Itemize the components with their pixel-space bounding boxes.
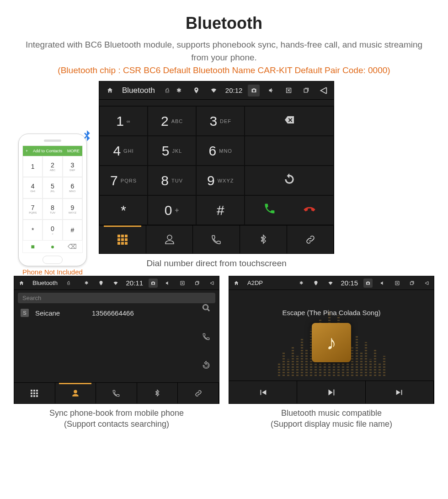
- status-title: Bluetooth: [122, 86, 155, 95]
- backspace-button[interactable]: [245, 106, 334, 136]
- bluetooth-icon: [153, 389, 161, 397]
- phone-keypad: 1 2ABC 3DEF 4GHI 5JKL 6MNO 7PQRS 8TUV 9W…: [23, 156, 82, 241]
- bt-status-icon: ✱: [297, 279, 306, 288]
- contact-row[interactable]: S Seicane 13566664466: [18, 305, 215, 321]
- recents-icon[interactable]: [407, 279, 416, 288]
- bluetooth-meta: (Bluetooth chip : CSR BC6 Default Blueto…: [14, 65, 434, 75]
- volume-icon[interactable]: [378, 279, 387, 288]
- tab-contacts[interactable]: [55, 383, 96, 403]
- back-icon[interactable]: [422, 279, 431, 288]
- key-2[interactable]: 2ABC: [148, 106, 196, 136]
- tab-calllog[interactable]: [96, 383, 137, 403]
- bt-status-icon: ✱: [173, 85, 185, 97]
- home-icon[interactable]: [232, 279, 241, 288]
- close-icon[interactable]: [393, 279, 402, 288]
- phonebook-unit: Bluetooth ⎙ ✱ 20:11 Sea: [14, 276, 219, 404]
- phone-illustration: + Add to Contacts MORE 1 2ABC 3DEF 4GHI …: [14, 134, 91, 276]
- location-icon: [191, 85, 203, 97]
- next-button[interactable]: [366, 381, 434, 403]
- volume-icon[interactable]: [163, 279, 172, 288]
- sync-icon[interactable]: [202, 361, 210, 371]
- key-6[interactable]: 6MNO: [196, 136, 245, 166]
- key-7[interactable]: 7PQRS: [99, 166, 148, 195]
- add-contacts-label: Add to Contacts: [33, 149, 62, 153]
- call-icon: ●: [43, 241, 62, 252]
- tab-contacts[interactable]: [146, 225, 193, 253]
- bluetooth-icon: [258, 234, 269, 245]
- page-title: Bluetooth: [14, 14, 434, 33]
- close-icon[interactable]: [283, 85, 294, 97]
- close-icon[interactable]: [178, 279, 187, 288]
- phone-icon: [112, 389, 120, 397]
- home-icon[interactable]: [104, 85, 116, 97]
- music-unit: A2DP ✱ 20:15: [229, 276, 434, 404]
- contact-name: Seicane: [35, 309, 85, 317]
- wifi-icon: [208, 85, 220, 97]
- key-5[interactable]: 5JKL: [148, 136, 196, 166]
- wifi-icon: [111, 279, 120, 288]
- home-icon[interactable]: [17, 279, 26, 288]
- key-8[interactable]: 8TUV: [148, 166, 196, 195]
- tab-pair[interactable]: [287, 225, 334, 253]
- key-star[interactable]: *: [99, 195, 148, 225]
- key-3[interactable]: 3DEF: [196, 106, 245, 136]
- dialpad-icon: [31, 390, 38, 397]
- contact-badge: S: [21, 309, 29, 317]
- phone-icon: [211, 234, 222, 245]
- phonebook-caption: Sync phone-book from mobile phone (Suppo…: [14, 408, 219, 430]
- link-icon: [305, 234, 316, 245]
- screenshot-icon[interactable]: [149, 279, 158, 288]
- person-icon: [71, 389, 80, 397]
- tab-dialpad[interactable]: [14, 383, 55, 403]
- link-icon: [194, 389, 203, 397]
- location-icon: [311, 279, 320, 288]
- key-hash[interactable]: #: [196, 195, 245, 225]
- dial-pad: 1∞ 2ABC 3DEF 4GHI 5JKL 6MNO 7PQRS 8TUV 9…: [99, 106, 245, 225]
- tab-pair[interactable]: [178, 383, 219, 403]
- screenshot-icon[interactable]: [363, 279, 373, 288]
- back-icon[interactable]: [317, 85, 329, 97]
- music-caption: Bluetooth music compatible (Support disp…: [229, 408, 434, 430]
- tab-bluetooth[interactable]: [240, 225, 287, 253]
- call-button[interactable]: [263, 202, 276, 218]
- clock: 20:15: [341, 279, 358, 287]
- play-pause-button[interactable]: [297, 381, 365, 403]
- tab-dialpad[interactable]: [99, 225, 146, 253]
- search-input[interactable]: Search: [18, 293, 215, 303]
- plus-icon: +: [26, 149, 28, 153]
- phone-topbar: + Add to Contacts MORE: [23, 146, 82, 156]
- description: Integrated with BC6 Bluetooth module, su…: [23, 38, 425, 64]
- phone-caption: Phone Not Included: [14, 268, 91, 276]
- recents-icon[interactable]: [300, 85, 312, 97]
- key-0[interactable]: 0+: [148, 195, 196, 225]
- album-art-icon: ♪: [312, 323, 351, 362]
- wifi-icon: [326, 279, 335, 288]
- volume-icon[interactable]: [265, 85, 277, 97]
- clock: 20:12: [225, 86, 243, 94]
- key-4[interactable]: 4GHI: [99, 136, 148, 166]
- redial-button[interactable]: [245, 166, 334, 195]
- bt-status-icon: ✱: [82, 279, 91, 288]
- key-9[interactable]: 9WXYZ: [196, 166, 245, 195]
- location-icon: [96, 279, 106, 288]
- dialer-caption: Dial number direct from touchscreen: [99, 258, 334, 268]
- contact-number: 13566664466: [92, 309, 134, 317]
- hangup-button[interactable]: [304, 203, 315, 218]
- dialpad-icon: [117, 235, 128, 245]
- status-title: Bluetooth: [32, 279, 58, 286]
- back-icon[interactable]: [207, 279, 216, 288]
- backspace-icon: ⌫: [63, 241, 82, 252]
- recents-icon[interactable]: [192, 279, 202, 288]
- prev-button[interactable]: [229, 381, 297, 403]
- clock: 20:11: [126, 279, 143, 287]
- key-1[interactable]: 1∞: [99, 106, 148, 136]
- more-label: MORE: [67, 149, 80, 153]
- screenshot-icon[interactable]: [248, 85, 260, 97]
- tab-calllog[interactable]: [193, 225, 240, 253]
- call-icon[interactable]: [202, 333, 210, 343]
- bluetooth-icon: [80, 129, 94, 147]
- tab-bluetooth[interactable]: [137, 383, 178, 403]
- status-title: A2DP: [247, 279, 263, 286]
- search-icon[interactable]: [202, 304, 210, 314]
- usb-icon: ⎙: [161, 85, 173, 97]
